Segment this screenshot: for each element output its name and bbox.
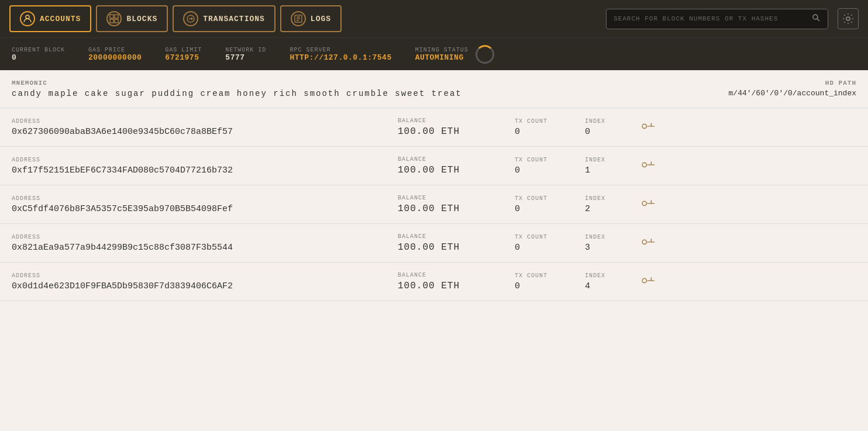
svg-point-17	[642, 277, 647, 283]
accounts-label: ACCOUNTS	[40, 15, 81, 23]
mining-status-value: AUTOMINING	[415, 53, 469, 62]
rpc-server-label: RPC SERVER	[290, 47, 391, 53]
balance-label: BALANCE	[398, 233, 515, 240]
balance-label: BALANCE	[398, 195, 515, 201]
account-balance-col: BALANCE 100.00 ETH	[398, 195, 515, 214]
current-block-label: CURRENT BLOCK	[12, 47, 65, 53]
account-address-col: ADDRESS 0xf17f52151EbEF6C7334FAD080c5704…	[12, 157, 398, 175]
svg-line-11	[817, 19, 819, 21]
rpc-server-value: HTTP://127.0.0.1:7545	[290, 53, 391, 62]
network-id-item: NETWORK ID 5777	[225, 47, 266, 62]
settings-icon	[842, 13, 854, 25]
account-index: 1	[585, 165, 632, 175]
account-tx-count-col: TX COUNT 0	[515, 157, 585, 175]
nav-bar: ACCOUNTS BLOCKS TRANSACTIONS	[0, 0, 868, 37]
account-key-col[interactable]	[632, 196, 655, 213]
account-tx-count: 0	[515, 165, 585, 175]
tx-count-label: TX COUNT	[515, 273, 585, 279]
account-key-col[interactable]	[632, 158, 655, 174]
index-label: INDEX	[585, 118, 632, 125]
logs-label: LOGS	[311, 15, 331, 23]
account-balance: 100.00 ETH	[398, 165, 515, 175]
search-bar[interactable]	[606, 9, 828, 29]
account-address: 0x627306090abaB3A6e1400e9345bC60c78a8BEf…	[12, 127, 398, 137]
nav-accounts[interactable]: ACCOUNTS	[9, 5, 91, 32]
account-key-col[interactable]	[632, 119, 655, 136]
accounts-list: ADDRESS 0x627306090abaB3A6e1400e9345bC60…	[0, 108, 868, 301]
tx-count-label: TX COUNT	[515, 157, 585, 163]
svg-rect-4	[115, 19, 118, 23]
account-address-col: ADDRESS 0x821aEa9a577a9b44299B9c15c88cf3…	[12, 234, 398, 253]
account-key-col[interactable]	[632, 274, 655, 290]
key-icon[interactable]	[638, 271, 659, 292]
nav-logs[interactable]: LOGS	[280, 5, 342, 32]
key-icon[interactable]	[638, 194, 659, 215]
account-row: ADDRESS 0x0d1d4e623D10F9FBA5Db95830F7d38…	[0, 263, 868, 301]
blocks-label: BLOCKS	[126, 15, 157, 23]
account-row: ADDRESS 0x821aEa9a577a9b44299B9c15c88cf3…	[0, 224, 868, 263]
search-input[interactable]	[614, 15, 807, 22]
account-tx-count-col: TX COUNT 0	[515, 273, 585, 291]
hd-path-value: m/44'/60'/0'/0/account_index	[729, 89, 856, 98]
account-index: 4	[585, 281, 632, 291]
mining-status-item: MINING STATUS AUTOMINING	[415, 45, 494, 64]
nav-blocks[interactable]: BLOCKS	[96, 5, 168, 32]
tx-count-label: TX COUNT	[515, 195, 585, 202]
balance-label: BALANCE	[398, 156, 515, 163]
mnemonic-words: candy maple cake sugar pudding cream hon…	[12, 89, 462, 98]
account-index-col: INDEX 0	[585, 118, 632, 137]
account-index: 0	[585, 127, 632, 137]
account-balance-col: BALANCE 100.00 ETH	[398, 233, 515, 253]
key-icon[interactable]	[638, 233, 659, 253]
gas-limit-value: 6721975	[165, 53, 202, 62]
account-balance: 100.00 ETH	[398, 126, 515, 137]
network-id-label: NETWORK ID	[225, 47, 266, 53]
svg-point-12	[846, 17, 850, 20]
gas-limit-item: GAS LIMIT 6721975	[165, 47, 202, 62]
svg-point-0	[26, 15, 29, 19]
tx-count-label: TX COUNT	[515, 118, 585, 125]
account-address: 0x0d1d4e623D10F9FBA5Db95830F7d3839406C6A…	[12, 281, 398, 291]
account-row: ADDRESS 0xC5fdf4076b8F3A5357c5E395ab970B…	[0, 185, 868, 224]
hd-path-label: HD PATH	[729, 80, 856, 87]
index-label: INDEX	[585, 273, 632, 279]
account-balance: 100.00 ETH	[398, 204, 515, 214]
blocks-icon	[106, 11, 122, 26]
svg-point-10	[813, 15, 818, 19]
account-address: 0x821aEa9a577a9b44299B9c15c88cf3087F3b55…	[12, 243, 398, 253]
address-label: ADDRESS	[12, 118, 398, 125]
account-tx-count-col: TX COUNT 0	[515, 234, 585, 253]
current-block-value: 0	[12, 53, 65, 62]
account-tx-count: 0	[515, 243, 585, 253]
index-label: INDEX	[585, 195, 632, 202]
rpc-server-item: RPC SERVER HTTP://127.0.0.1:7545	[290, 47, 391, 62]
key-icon[interactable]	[638, 117, 659, 137]
address-label: ADDRESS	[12, 195, 398, 202]
account-row: ADDRESS 0xf17f52151EbEF6C7334FAD080c5704…	[0, 147, 868, 185]
account-index: 3	[585, 243, 632, 253]
svg-point-13	[642, 123, 647, 129]
account-address: 0xC5fdf4076b8F3A5357c5E395ab970B5B54098F…	[12, 204, 398, 214]
accounts-icon	[20, 11, 35, 26]
svg-point-15	[642, 200, 647, 206]
svg-point-16	[642, 239, 647, 244]
account-tx-count: 0	[515, 127, 585, 137]
status-bar: CURRENT BLOCK 0 GAS PRICE 20000000000 GA…	[0, 37, 868, 70]
account-index: 2	[585, 204, 632, 214]
logs-icon	[291, 11, 306, 26]
account-balance: 100.00 ETH	[398, 242, 515, 253]
account-address-col: ADDRESS 0x627306090abaB3A6e1400e9345bC60…	[12, 118, 398, 137]
search-icon[interactable]	[811, 13, 821, 25]
mnemonic-section: MNEMONIC candy maple cake sugar pudding …	[12, 80, 462, 98]
gas-price-value: 20000000000	[88, 53, 142, 62]
mining-spinner	[476, 45, 494, 64]
account-row: ADDRESS 0x627306090abaB3A6e1400e9345bC60…	[0, 108, 868, 147]
address-label: ADDRESS	[12, 157, 398, 163]
network-id-value: 5777	[225, 53, 266, 62]
mnemonic-bar: MNEMONIC candy maple cake sugar pudding …	[0, 70, 868, 108]
account-key-col[interactable]	[632, 235, 655, 251]
key-icon[interactable]	[638, 156, 659, 176]
account-address-col: ADDRESS 0x0d1d4e623D10F9FBA5Db95830F7d38…	[12, 273, 398, 291]
nav-transactions[interactable]: TRANSACTIONS	[173, 5, 275, 32]
settings-button[interactable]	[838, 8, 859, 29]
